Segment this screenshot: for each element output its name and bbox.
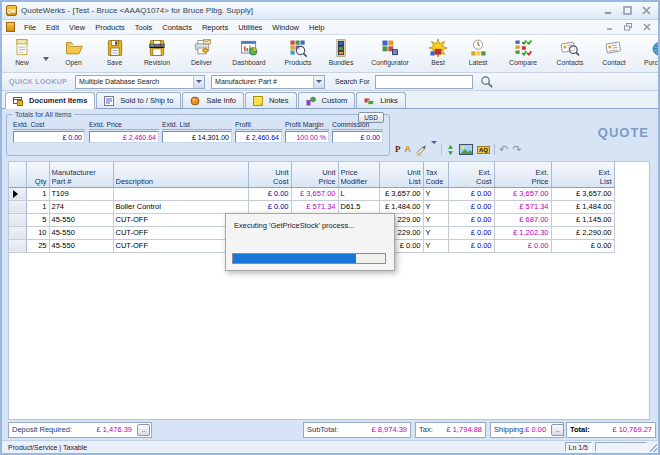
maximize-button[interactable] <box>619 5 635 17</box>
resize-grip[interactable] <box>650 442 657 452</box>
toolbar-button-compare[interactable]: Compare <box>499 37 547 71</box>
menu-view[interactable]: View <box>64 22 90 33</box>
row-selector[interactable] <box>9 200 26 213</box>
toolbar-button-revision[interactable]: REVISIONRevision <box>134 37 180 71</box>
toolbar-button-contacts[interactable]: Contacts <box>547 37 593 71</box>
row-selector[interactable] <box>9 213 26 226</box>
grid-cell-ext_list[interactable]: £ 1,145.00 <box>551 213 614 226</box>
grid-cell-unit_price[interactable]: £ 571.34 <box>291 200 338 213</box>
search-input[interactable] <box>375 75 473 89</box>
grid-cell-ext_price[interactable]: £ 571.34 <box>494 200 551 213</box>
grid-cell-ext_price[interactable]: £ 0.00 <box>494 239 551 252</box>
column-header-manufacturer_part[interactable]: ManufacturerPart # <box>49 162 113 187</box>
grid-cell-manufacturer_part[interactable]: 45-550 <box>49 239 113 252</box>
toolbar-button-purchasing[interactable]: Purchasing <box>635 37 658 71</box>
deposit-browse-button[interactable]: .. <box>137 424 150 436</box>
tab-sale-info[interactable]: Sale Info <box>182 92 244 108</box>
toolbar-button-save[interactable]: Save <box>95 37 134 71</box>
highlighter-icon[interactable] <box>415 144 427 156</box>
row-selector[interactable] <box>9 239 26 252</box>
redo-icon[interactable]: ↷ <box>512 143 521 156</box>
database-search-select[interactable]: Multiple Database Search <box>75 75 205 89</box>
column-header-ext_list[interactable]: Ext.List <box>551 162 614 187</box>
undo-icon[interactable]: ↶ <box>499 143 508 156</box>
chevron-down-icon[interactable] <box>193 76 204 88</box>
grid-cell-ext_list[interactable]: £ 3,657.00 <box>551 187 614 200</box>
grid-cell-ext_cost[interactable]: £ 0.00 <box>448 187 494 200</box>
grid-cell-ext_list[interactable]: £ 2,290.00 <box>551 226 614 239</box>
grid-cell-ext_price[interactable]: £ 687.00 <box>494 213 551 226</box>
column-header-ext_cost[interactable]: Ext.Cost <box>448 162 494 187</box>
mdi-restore-button[interactable] <box>620 21 636 33</box>
grid-cell-manufacturer_part[interactable]: 45-550 <box>49 226 113 239</box>
toolbar-button-open[interactable]: Open <box>52 37 95 71</box>
grid-cell-tax_code[interactable]: Y <box>423 239 448 252</box>
toolbar-button-best[interactable]: Best <box>419 37 457 71</box>
column-header-tax_code[interactable]: TaxCode <box>423 162 448 187</box>
highlighter-dropdown-icon[interactable] <box>431 143 437 156</box>
close-button[interactable] <box>638 5 654 17</box>
grid-cell-tax_code[interactable]: Y <box>423 226 448 239</box>
toolbar-button-bundles[interactable]: Bundles <box>321 37 361 71</box>
grid-cell-qty[interactable]: 25 <box>26 239 49 252</box>
grid-cell-ext_price[interactable]: £ 1,202.30 <box>494 226 551 239</box>
column-header-price_modifier[interactable]: PriceModifier <box>338 162 379 187</box>
search-icon[interactable] <box>480 75 493 88</box>
column-header-unit_price[interactable]: UnitPrice <box>291 162 338 187</box>
menu-help[interactable]: Help <box>304 22 329 33</box>
minimize-button[interactable] <box>600 5 616 17</box>
grid-cell-tax_code[interactable]: Y <box>423 213 448 226</box>
grid-cell-ext_cost[interactable]: £ 0.00 <box>448 239 494 252</box>
grid-cell-unit_list[interactable]: £ 3,657.00 <box>379 187 423 200</box>
menu-edit[interactable]: Edit <box>41 22 64 33</box>
menu-contacts[interactable]: Contacts <box>157 22 197 33</box>
menu-reports[interactable]: Reports <box>197 22 233 33</box>
menu-file[interactable]: File <box>19 22 41 33</box>
grid-cell-ext_cost[interactable]: £ 0.00 <box>448 213 494 226</box>
grid-cell-unit_list[interactable]: £ 1,484.00 <box>379 200 423 213</box>
grid-corner-header[interactable] <box>9 162 26 187</box>
toolbar-button-latest[interactable]: Latest <box>457 37 499 71</box>
grid-cell-qty[interactable]: 1 <box>26 187 49 200</box>
column-header-qty[interactable]: Qty <box>26 162 49 187</box>
move-updown-icon[interactable] <box>446 144 455 156</box>
row-selector[interactable] <box>9 226 26 239</box>
shipping-browse-button[interactable]: .. <box>551 424 564 436</box>
grid-cell-ext_list[interactable]: £ 0.00 <box>551 239 614 252</box>
tab-document-items[interactable]: Document Items <box>5 92 95 109</box>
grid-cell-tax_code[interactable]: Y <box>423 200 448 213</box>
document-menu-icon[interactable] <box>6 22 15 32</box>
menu-tools[interactable]: Tools <box>130 22 158 33</box>
tab-links[interactable]: Links <box>356 92 406 108</box>
grid-cell-price_modifier[interactable]: D61.5 <box>338 200 379 213</box>
column-header-ext_price[interactable]: Ext.Price <box>494 162 551 187</box>
mdi-minimize-button[interactable] <box>601 21 617 33</box>
font-color-a-icon[interactable]: A <box>405 143 412 156</box>
toolbar-button-deliver[interactable]: Deliver <box>180 37 223 71</box>
toolbar-button-configurator[interactable]: Configurator <box>361 37 419 71</box>
grid-cell-ext_list[interactable]: £ 1,484.00 <box>551 200 614 213</box>
grid-cell-description[interactable] <box>113 187 248 200</box>
column-header-description[interactable]: Description <box>113 162 248 187</box>
chevron-down-icon[interactable] <box>313 76 324 88</box>
menu-window[interactable]: Window <box>267 22 304 33</box>
grid-cell-qty[interactable]: 5 <box>26 213 49 226</box>
grid-cell-tax_code[interactable]: Y <box>423 187 448 200</box>
tab-sold-to-ship-to[interactable]: Sold to / Ship to <box>96 92 181 108</box>
grid-cell-qty[interactable]: 1 <box>26 200 49 213</box>
grid-cell-manufacturer_part[interactable]: 45-550 <box>49 213 113 226</box>
autoquote-icon[interactable]: AQ <box>477 143 490 156</box>
toolbar-button-products[interactable]: Products <box>275 37 321 71</box>
mdi-close-button[interactable] <box>639 21 655 33</box>
grid-cell-description[interactable]: Boiler Control <box>113 200 248 213</box>
grid-cell-ext_cost[interactable]: £ 0.00 <box>448 226 494 239</box>
column-header-unit_list[interactable]: UnitList <box>379 162 423 187</box>
column-header-unit_cost[interactable]: UnitCost <box>248 162 291 187</box>
search-field-select[interactable]: Manufacturer Part # <box>211 75 325 89</box>
format-p-icon[interactable]: P <box>395 143 401 156</box>
toolbar-button-new[interactable]: New <box>5 37 39 71</box>
tab-notes[interactable]: Notes <box>245 92 297 108</box>
grid-cell-ext_cost[interactable]: £ 0.00 <box>448 200 494 213</box>
grid-cell-ext_price[interactable]: £ 3,657.00 <box>494 187 551 200</box>
picture-icon[interactable] <box>459 144 473 155</box>
